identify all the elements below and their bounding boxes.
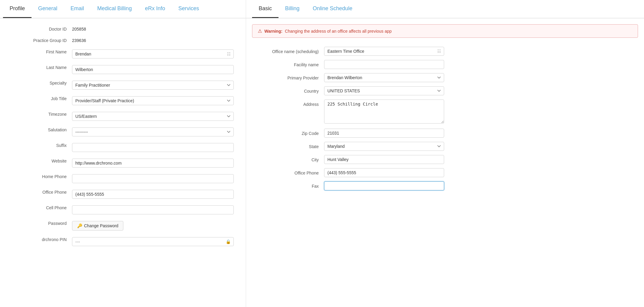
tab-erx-info[interactable]: eRx Info — [138, 0, 172, 18]
website-row: Website — [12, 156, 234, 168]
fax-field-wrapper — [324, 181, 444, 190]
profile-form: Doctor ID 205858 Practice Group ID 23963… — [0, 18, 246, 256]
office-name-label: Office name (scheduling) — [258, 47, 324, 54]
specialty-field-wrapper: Family Practitioner — [72, 78, 234, 90]
address-textarea[interactable]: 225 Schilling Circle — [324, 100, 444, 124]
address-field-wrapper: 225 Schilling Circle — [324, 100, 444, 124]
right-office-phone-input[interactable] — [324, 168, 444, 177]
tab-general[interactable]: General — [32, 0, 64, 18]
office-phone-field-wrapper — [72, 187, 234, 199]
office-name-row: Office name (scheduling) ☷ — [258, 47, 632, 56]
last-name-input[interactable] — [72, 65, 234, 74]
specialty-select[interactable]: Family Practitioner — [72, 81, 234, 90]
left-tabs: Profile General Email Medical Billing eR… — [0, 0, 246, 18]
facility-name-field-wrapper — [324, 60, 444, 69]
salutation-row: Salutation --------- — [12, 125, 234, 136]
specialty-row: Specialty Family Practitioner — [12, 78, 234, 90]
change-password-button[interactable]: 🔑 Change Password — [72, 221, 123, 231]
address-row: Address 225 Schilling Circle — [258, 100, 632, 124]
timezone-row: Timezone US/Eastern — [12, 109, 234, 121]
practice-group-id-row: Practice Group ID 239636 — [12, 36, 234, 43]
pin-label: drchrono PIN — [12, 235, 72, 242]
primary-provider-label: Primary Provider — [258, 73, 324, 80]
right-tabs: Basic Billing Online Schedule — [246, 0, 644, 18]
doctor-id-row: Doctor ID 205858 — [12, 24, 234, 31]
primary-provider-field-wrapper: Brendan Wilberton — [324, 73, 444, 82]
card-icon: ☷ — [227, 52, 231, 56]
change-password-label: Change Password — [84, 223, 118, 228]
country-select[interactable]: UNITED STATES — [324, 86, 444, 95]
last-name-field-wrapper — [72, 63, 234, 74]
tab-basic[interactable]: Basic — [252, 0, 278, 18]
tab-online-schedule[interactable]: Online Schedule — [306, 0, 359, 18]
facility-name-input[interactable] — [324, 60, 444, 69]
left-panel: Profile General Email Medical Billing eR… — [0, 0, 246, 307]
timezone-select[interactable]: US/Eastern — [72, 112, 234, 121]
warning-label: Warning: — [264, 29, 282, 34]
tab-billing[interactable]: Billing — [278, 0, 306, 18]
country-field-wrapper: UNITED STATES — [324, 86, 444, 95]
home-phone-input[interactable] — [72, 174, 234, 183]
city-input[interactable] — [324, 155, 444, 164]
facility-name-label: Facility name — [258, 60, 324, 67]
website-label: Website — [12, 156, 72, 163]
first-name-input[interactable] — [72, 49, 234, 58]
first-name-row: First Name ☷ — [12, 47, 234, 58]
cell-phone-label: Cell Phone — [12, 203, 72, 210]
warning-text: Changing the address of an office affect… — [285, 29, 392, 34]
password-field-wrapper: 🔑 Change Password — [72, 219, 234, 231]
home-phone-field-wrapper — [72, 172, 234, 183]
tab-email[interactable]: Email — [64, 0, 91, 18]
office-name-input[interactable] — [324, 47, 444, 56]
fax-label: Fax — [258, 181, 324, 189]
pin-row: drchrono PIN 🔒 — [12, 235, 234, 246]
card-icon-right: ☷ — [437, 49, 441, 54]
job-title-select[interactable]: Provider/Staff (Private Practice) — [72, 96, 234, 105]
last-name-row: Last Name — [12, 63, 234, 74]
pin-field-wrapper: 🔒 — [72, 235, 234, 246]
salutation-select[interactable]: --------- — [72, 127, 234, 136]
warning-icon: ⚠ — [258, 28, 262, 34]
right-office-phone-field-wrapper — [324, 168, 444, 177]
practice-group-id-value: 239636 — [72, 36, 234, 43]
home-phone-row: Home Phone — [12, 172, 234, 183]
pin-input[interactable] — [72, 237, 234, 246]
warning-banner: ⚠ Warning: Changing the address of an of… — [252, 24, 638, 38]
city-field-wrapper — [324, 155, 444, 164]
last-name-label: Last Name — [12, 63, 72, 70]
fax-input[interactable] — [324, 181, 444, 190]
right-panel: Basic Billing Online Schedule ⚠ Warning:… — [246, 0, 644, 307]
country-row: Country UNITED STATES — [258, 86, 632, 95]
city-row: City — [258, 155, 632, 164]
office-name-field-wrapper: ☷ — [324, 47, 444, 56]
state-row: State Maryland — [258, 142, 632, 151]
office-form: Office name (scheduling) ☷ Facility name… — [246, 44, 644, 198]
website-input[interactable] — [72, 159, 234, 168]
cell-phone-input[interactable] — [72, 205, 234, 214]
specialty-label: Specialty — [12, 78, 72, 85]
suffix-label: Suffix — [12, 141, 72, 148]
address-label: Address — [258, 100, 324, 107]
practice-group-id-label: Practice Group ID — [12, 36, 72, 43]
primary-provider-select[interactable]: Brendan Wilberton — [324, 73, 444, 82]
timezone-field-wrapper: US/Eastern — [72, 109, 234, 121]
state-select[interactable]: Maryland — [324, 142, 444, 151]
tab-profile[interactable]: Profile — [3, 0, 32, 18]
job-title-label: Job Title — [12, 94, 72, 101]
salutation-field-wrapper: --------- — [72, 125, 234, 136]
office-phone-row: Office Phone — [12, 187, 234, 199]
office-phone-label: Office Phone — [12, 187, 72, 195]
suffix-row: Suffix — [12, 141, 234, 152]
cell-phone-row: Cell Phone — [12, 203, 234, 214]
zip-code-input[interactable] — [324, 129, 444, 138]
office-phone-input[interactable] — [72, 190, 234, 199]
right-office-phone-label: Office Phone — [258, 168, 324, 175]
tab-services[interactable]: Services — [172, 0, 206, 18]
key-icon: 🔑 — [77, 223, 82, 228]
home-phone-label: Home Phone — [12, 172, 72, 179]
tab-medical-billing[interactable]: Medical Billing — [91, 0, 138, 18]
suffix-input[interactable] — [72, 143, 234, 152]
first-name-field-wrapper: ☷ — [72, 47, 234, 58]
zip-code-row: Zip Code — [258, 129, 632, 138]
salutation-label: Salutation — [12, 125, 72, 132]
